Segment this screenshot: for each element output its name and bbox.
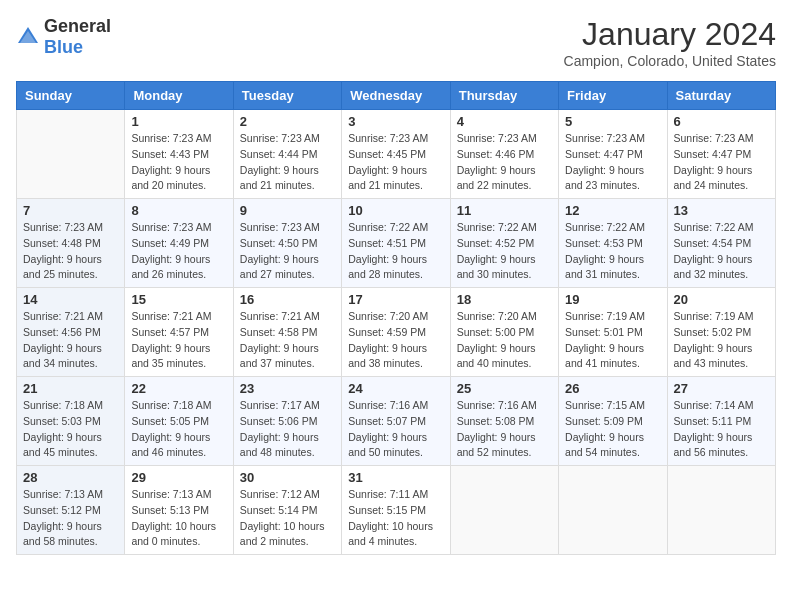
- day-info: Sunrise: 7:23 AMSunset: 4:47 PMDaylight:…: [565, 131, 660, 194]
- calendar-week-row: 21Sunrise: 7:18 AMSunset: 5:03 PMDayligh…: [17, 377, 776, 466]
- calendar-cell: 5Sunrise: 7:23 AMSunset: 4:47 PMDaylight…: [559, 110, 667, 199]
- day-info: Sunrise: 7:20 AMSunset: 5:00 PMDaylight:…: [457, 309, 552, 372]
- day-info: Sunrise: 7:22 AMSunset: 4:53 PMDaylight:…: [565, 220, 660, 283]
- calendar-cell: 2Sunrise: 7:23 AMSunset: 4:44 PMDaylight…: [233, 110, 341, 199]
- day-info: Sunrise: 7:19 AMSunset: 5:01 PMDaylight:…: [565, 309, 660, 372]
- calendar-cell: 6Sunrise: 7:23 AMSunset: 4:47 PMDaylight…: [667, 110, 775, 199]
- day-number: 11: [457, 203, 552, 218]
- day-info: Sunrise: 7:17 AMSunset: 5:06 PMDaylight:…: [240, 398, 335, 461]
- day-info: Sunrise: 7:12 AMSunset: 5:14 PMDaylight:…: [240, 487, 335, 550]
- day-info: Sunrise: 7:22 AMSunset: 4:52 PMDaylight:…: [457, 220, 552, 283]
- day-info: Sunrise: 7:18 AMSunset: 5:03 PMDaylight:…: [23, 398, 118, 461]
- day-info: Sunrise: 7:13 AMSunset: 5:12 PMDaylight:…: [23, 487, 118, 550]
- day-number: 7: [23, 203, 118, 218]
- calendar-header-tuesday: Tuesday: [233, 82, 341, 110]
- calendar-header-friday: Friday: [559, 82, 667, 110]
- day-number: 6: [674, 114, 769, 129]
- calendar-week-row: 28Sunrise: 7:13 AMSunset: 5:12 PMDayligh…: [17, 466, 776, 555]
- calendar-cell: 28Sunrise: 7:13 AMSunset: 5:12 PMDayligh…: [17, 466, 125, 555]
- day-number: 28: [23, 470, 118, 485]
- day-number: 12: [565, 203, 660, 218]
- day-number: 20: [674, 292, 769, 307]
- calendar-cell: 24Sunrise: 7:16 AMSunset: 5:07 PMDayligh…: [342, 377, 450, 466]
- day-info: Sunrise: 7:23 AMSunset: 4:47 PMDaylight:…: [674, 131, 769, 194]
- day-info: Sunrise: 7:23 AMSunset: 4:50 PMDaylight:…: [240, 220, 335, 283]
- day-number: 15: [131, 292, 226, 307]
- day-info: Sunrise: 7:16 AMSunset: 5:08 PMDaylight:…: [457, 398, 552, 461]
- day-info: Sunrise: 7:23 AMSunset: 4:46 PMDaylight:…: [457, 131, 552, 194]
- day-number: 18: [457, 292, 552, 307]
- day-number: 21: [23, 381, 118, 396]
- calendar-week-row: 7Sunrise: 7:23 AMSunset: 4:48 PMDaylight…: [17, 199, 776, 288]
- calendar-cell: 13Sunrise: 7:22 AMSunset: 4:54 PMDayligh…: [667, 199, 775, 288]
- calendar-cell: 7Sunrise: 7:23 AMSunset: 4:48 PMDaylight…: [17, 199, 125, 288]
- day-number: 27: [674, 381, 769, 396]
- calendar-cell: 20Sunrise: 7:19 AMSunset: 5:02 PMDayligh…: [667, 288, 775, 377]
- calendar-cell: [667, 466, 775, 555]
- day-info: Sunrise: 7:21 AMSunset: 4:57 PMDaylight:…: [131, 309, 226, 372]
- calendar-cell: [17, 110, 125, 199]
- day-info: Sunrise: 7:14 AMSunset: 5:11 PMDaylight:…: [674, 398, 769, 461]
- day-info: Sunrise: 7:21 AMSunset: 4:56 PMDaylight:…: [23, 309, 118, 372]
- day-info: Sunrise: 7:18 AMSunset: 5:05 PMDaylight:…: [131, 398, 226, 461]
- calendar-header-wednesday: Wednesday: [342, 82, 450, 110]
- day-info: Sunrise: 7:19 AMSunset: 5:02 PMDaylight:…: [674, 309, 769, 372]
- calendar-cell: 21Sunrise: 7:18 AMSunset: 5:03 PMDayligh…: [17, 377, 125, 466]
- calendar-header-thursday: Thursday: [450, 82, 558, 110]
- day-info: Sunrise: 7:23 AMSunset: 4:45 PMDaylight:…: [348, 131, 443, 194]
- day-number: 22: [131, 381, 226, 396]
- calendar-cell: 12Sunrise: 7:22 AMSunset: 4:53 PMDayligh…: [559, 199, 667, 288]
- day-number: 2: [240, 114, 335, 129]
- calendar-week-row: 1Sunrise: 7:23 AMSunset: 4:43 PMDaylight…: [17, 110, 776, 199]
- day-number: 5: [565, 114, 660, 129]
- calendar-cell: 23Sunrise: 7:17 AMSunset: 5:06 PMDayligh…: [233, 377, 341, 466]
- day-number: 19: [565, 292, 660, 307]
- day-number: 17: [348, 292, 443, 307]
- page-header: General Blue January 2024 Campion, Color…: [16, 16, 776, 69]
- day-info: Sunrise: 7:23 AMSunset: 4:48 PMDaylight:…: [23, 220, 118, 283]
- calendar-cell: 4Sunrise: 7:23 AMSunset: 4:46 PMDaylight…: [450, 110, 558, 199]
- calendar-cell: 1Sunrise: 7:23 AMSunset: 4:43 PMDaylight…: [125, 110, 233, 199]
- calendar-cell: 25Sunrise: 7:16 AMSunset: 5:08 PMDayligh…: [450, 377, 558, 466]
- calendar-header-row: SundayMondayTuesdayWednesdayThursdayFrid…: [17, 82, 776, 110]
- calendar-cell: 17Sunrise: 7:20 AMSunset: 4:59 PMDayligh…: [342, 288, 450, 377]
- day-number: 4: [457, 114, 552, 129]
- day-info: Sunrise: 7:11 AMSunset: 5:15 PMDaylight:…: [348, 487, 443, 550]
- calendar-week-row: 14Sunrise: 7:21 AMSunset: 4:56 PMDayligh…: [17, 288, 776, 377]
- day-number: 30: [240, 470, 335, 485]
- day-number: 3: [348, 114, 443, 129]
- day-info: Sunrise: 7:23 AMSunset: 4:43 PMDaylight:…: [131, 131, 226, 194]
- calendar-cell: 29Sunrise: 7:13 AMSunset: 5:13 PMDayligh…: [125, 466, 233, 555]
- calendar-cell: 26Sunrise: 7:15 AMSunset: 5:09 PMDayligh…: [559, 377, 667, 466]
- location-subtitle: Campion, Colorado, United States: [564, 53, 776, 69]
- day-info: Sunrise: 7:13 AMSunset: 5:13 PMDaylight:…: [131, 487, 226, 550]
- day-info: Sunrise: 7:23 AMSunset: 4:44 PMDaylight:…: [240, 131, 335, 194]
- calendar-cell: 15Sunrise: 7:21 AMSunset: 4:57 PMDayligh…: [125, 288, 233, 377]
- calendar-cell: 18Sunrise: 7:20 AMSunset: 5:00 PMDayligh…: [450, 288, 558, 377]
- day-info: Sunrise: 7:22 AMSunset: 4:51 PMDaylight:…: [348, 220, 443, 283]
- calendar-cell: 10Sunrise: 7:22 AMSunset: 4:51 PMDayligh…: [342, 199, 450, 288]
- day-info: Sunrise: 7:23 AMSunset: 4:49 PMDaylight:…: [131, 220, 226, 283]
- calendar-cell: 11Sunrise: 7:22 AMSunset: 4:52 PMDayligh…: [450, 199, 558, 288]
- calendar-cell: 19Sunrise: 7:19 AMSunset: 5:01 PMDayligh…: [559, 288, 667, 377]
- day-info: Sunrise: 7:16 AMSunset: 5:07 PMDaylight:…: [348, 398, 443, 461]
- day-number: 29: [131, 470, 226, 485]
- day-number: 16: [240, 292, 335, 307]
- calendar-table: SundayMondayTuesdayWednesdayThursdayFrid…: [16, 81, 776, 555]
- calendar-cell: 16Sunrise: 7:21 AMSunset: 4:58 PMDayligh…: [233, 288, 341, 377]
- calendar-cell: 14Sunrise: 7:21 AMSunset: 4:56 PMDayligh…: [17, 288, 125, 377]
- day-number: 8: [131, 203, 226, 218]
- day-info: Sunrise: 7:15 AMSunset: 5:09 PMDaylight:…: [565, 398, 660, 461]
- calendar-header-monday: Monday: [125, 82, 233, 110]
- calendar-header-saturday: Saturday: [667, 82, 775, 110]
- logo-text: General Blue: [44, 16, 111, 58]
- calendar-cell: 9Sunrise: 7:23 AMSunset: 4:50 PMDaylight…: [233, 199, 341, 288]
- logo: General Blue: [16, 16, 111, 58]
- calendar-cell: [450, 466, 558, 555]
- day-number: 9: [240, 203, 335, 218]
- logo-general: General: [44, 16, 111, 36]
- calendar-cell: 22Sunrise: 7:18 AMSunset: 5:05 PMDayligh…: [125, 377, 233, 466]
- day-number: 26: [565, 381, 660, 396]
- day-info: Sunrise: 7:21 AMSunset: 4:58 PMDaylight:…: [240, 309, 335, 372]
- logo-icon: [16, 25, 40, 49]
